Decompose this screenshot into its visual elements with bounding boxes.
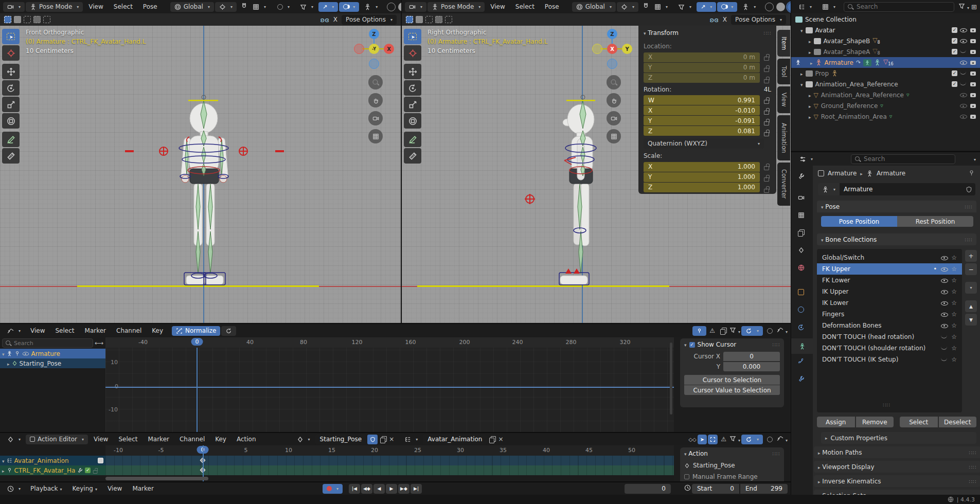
hide-viewport-icon[interactable] — [960, 59, 967, 66]
remove-collection-button[interactable]: − — [965, 263, 977, 275]
outliner-row-animation-area-collection[interactable]: Animation_Area_Reference — [791, 79, 980, 89]
action-name-field[interactable]: Starting_Pose — [315, 435, 367, 444]
solo-star-icon[interactable] — [951, 322, 957, 329]
easing-type-icon[interactable] — [777, 435, 788, 443]
assign-button[interactable]: Assign — [817, 417, 855, 427]
tool-rotate[interactable] — [404, 80, 421, 96]
jump-to-start-button[interactable]: |◀ — [349, 484, 360, 494]
pin-icon[interactable] — [14, 351, 20, 356]
proportional-edit-select[interactable] — [273, 2, 294, 12]
pan-hand-button[interactable] — [368, 93, 383, 107]
tab-object-icon[interactable] — [798, 289, 804, 295]
lock-rotation-icon[interactable] — [764, 130, 770, 136]
transform-panel-header[interactable]: Transform — [644, 29, 679, 37]
select-mode-intersect-icon[interactable] — [445, 16, 452, 23]
pin-icon[interactable] — [968, 170, 975, 178]
menu-channel[interactable]: Channel — [175, 436, 209, 443]
solo-star-icon[interactable] — [951, 299, 957, 307]
solo-star-icon[interactable] — [951, 345, 957, 352]
hide-viewport-icon[interactable] — [960, 92, 967, 98]
shading-wireframe-button[interactable] — [765, 3, 774, 11]
perspective-toggle-button[interactable] — [368, 129, 383, 143]
lock-rotation-icon[interactable] — [764, 97, 770, 103]
unlink-track-icon[interactable]: × — [498, 436, 503, 443]
outliner-search-input[interactable] — [857, 3, 951, 10]
nav-gizmo-right[interactable]: Z Y X — [593, 30, 632, 69]
tool-cursor[interactable] — [2, 45, 20, 61]
cursor-to-selection-button[interactable]: Cursor to Selection — [684, 375, 780, 385]
object-visibility-dropdown[interactable] — [296, 2, 317, 12]
jump-to-end-button[interactable]: ▶| — [411, 484, 422, 494]
disable-render-icon[interactable] — [970, 38, 977, 44]
menu-view[interactable]: View — [89, 436, 113, 443]
select-mode-extend-icon[interactable] — [416, 16, 423, 23]
tool-move[interactable] — [2, 64, 20, 79]
frame-end-field[interactable]: End299 — [740, 484, 788, 494]
scale-y-field[interactable]: Y1.000 — [644, 172, 760, 182]
new-action-copy-icon[interactable] — [380, 436, 386, 442]
disable-render-icon[interactable] — [970, 81, 977, 87]
next-keyframe-button[interactable]: ▶◆ — [398, 484, 409, 494]
pin-icon[interactable] — [7, 467, 12, 473]
tab-bone-icon[interactable] — [798, 358, 805, 366]
track-name-field[interactable]: Avatar_Animation — [423, 435, 487, 444]
visibility-eye-icon[interactable] — [941, 311, 948, 318]
new-collection-icon[interactable]: ⊞ — [971, 3, 977, 11]
disable-render-icon[interactable] — [970, 92, 977, 98]
outliner-row-armature[interactable]: Armature ↷ ▽16 — [791, 57, 980, 68]
select-button[interactable]: Select — [900, 417, 938, 427]
menu-action[interactable]: Action — [232, 436, 261, 443]
warning-icon[interactable]: ⚠ — [709, 327, 715, 334]
hide-viewport-icon[interactable] — [960, 38, 967, 44]
lock-rotation-icon[interactable] — [764, 108, 770, 114]
rotation-lock-indicator[interactable]: 4L — [764, 86, 771, 93]
pose-panel-header[interactable]: Pose — [817, 201, 976, 212]
selectability-checkbox[interactable] — [952, 49, 957, 55]
viewport-display-panel[interactable]: Viewport Display — [814, 461, 980, 473]
disable-render-icon[interactable] — [970, 48, 977, 55]
bone-collections-panel-header[interactable]: Bone Collections — [817, 233, 976, 245]
armature-id-icon[interactable] — [818, 183, 840, 195]
properties-search-input[interactable] — [864, 155, 952, 163]
selectability-checkbox[interactable] — [952, 70, 957, 76]
outliner-row-avatar-shapea[interactable]: Avatar_ShapeA ▽8 — [791, 46, 980, 57]
gizmo-minus-z-axis[interactable] — [369, 59, 379, 69]
menu-channel[interactable]: Channel — [112, 327, 146, 334]
motion-paths-panel[interactable]: Motion Paths — [814, 446, 980, 458]
play-button[interactable]: ▶ — [386, 484, 397, 494]
location-z-field[interactable]: Z0 m — [644, 73, 760, 83]
playhead-sync-icon[interactable] — [692, 326, 706, 336]
dope-ruler[interactable]: -10 -5 5 10 15 20 25 30 35 40 45 50 0 — [105, 445, 674, 456]
menu-select[interactable]: Select — [511, 3, 539, 10]
dope-sheet-editor-type[interactable] — [3, 435, 25, 444]
outliner-row-avatar-shapeb[interactable]: Avatar_ShapeB ▽8 — [791, 35, 980, 46]
tool-select-box[interactable]: ➤ — [404, 29, 421, 44]
menu-select[interactable]: Select — [109, 3, 137, 10]
visibility-eye-icon[interactable] — [941, 255, 948, 261]
filter-funnel-icon[interactable] — [729, 435, 740, 443]
channel-visibility-icon[interactable] — [22, 351, 29, 357]
mute-checkbox[interactable] — [85, 467, 91, 473]
select-mode-new-icon[interactable] — [4, 16, 11, 23]
current-frame-badge[interactable]: 0 — [191, 338, 203, 346]
solo-star-icon[interactable] — [951, 277, 957, 284]
collection-checkbox[interactable] — [952, 81, 957, 87]
menu-view[interactable]: View — [103, 485, 127, 492]
shading-wireframe-button[interactable] — [387, 3, 396, 11]
solo-star-icon[interactable] — [951, 356, 957, 363]
rotation-w-field[interactable]: W0.991 — [644, 95, 760, 105]
outliner-row-prop[interactable]: Prop — [791, 68, 980, 79]
rotation-z-field[interactable]: Z0.081 — [644, 126, 760, 136]
list-resize-grip[interactable] — [883, 401, 890, 408]
fake-user-toggle[interactable] — [367, 435, 378, 444]
bone-collection-row[interactable]: IK Lower — [817, 297, 962, 309]
transform-orientation-select[interactable]: Global — [170, 2, 214, 12]
custom-properties-panel[interactable]: Custom Properties — [821, 432, 976, 444]
menu-key[interactable]: Key — [210, 436, 231, 443]
lock-location-icon[interactable] — [764, 77, 770, 83]
easing-type-icon[interactable] — [777, 327, 788, 335]
camera-view-button[interactable] — [607, 111, 621, 125]
gizmo-x-axis[interactable]: X — [384, 44, 394, 54]
action-editor-mode-select[interactable]: Action Editor — [26, 435, 88, 444]
breadcrumb-object[interactable]: Armature — [828, 170, 857, 177]
